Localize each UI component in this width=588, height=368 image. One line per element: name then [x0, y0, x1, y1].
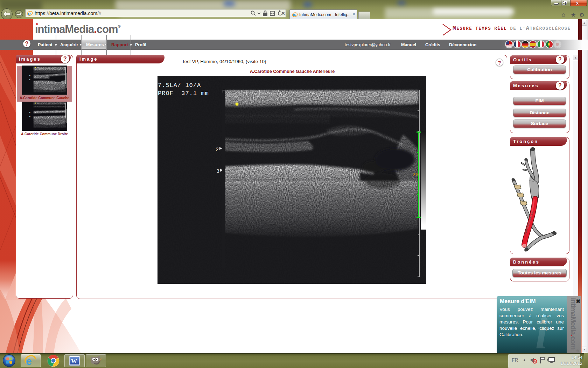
svg-text:▸: ▸: [29, 115, 30, 117]
svg-text:7.5LA/ 10/A: 7.5LA/ 10/A: [158, 82, 201, 89]
svg-text:PROF 37.1 mm: PROF 37.1 mm: [158, 90, 209, 97]
svg-text:2: 2: [216, 147, 219, 153]
svg-text:20: 20: [412, 172, 419, 178]
svg-text:▸: ▸: [29, 79, 30, 81]
svg-text:▸: ▸: [29, 111, 30, 113]
svg-text:▸: ▸: [29, 74, 30, 76]
svg-text:3: 3: [216, 169, 219, 175]
svg-text:W: W: [71, 358, 77, 364]
